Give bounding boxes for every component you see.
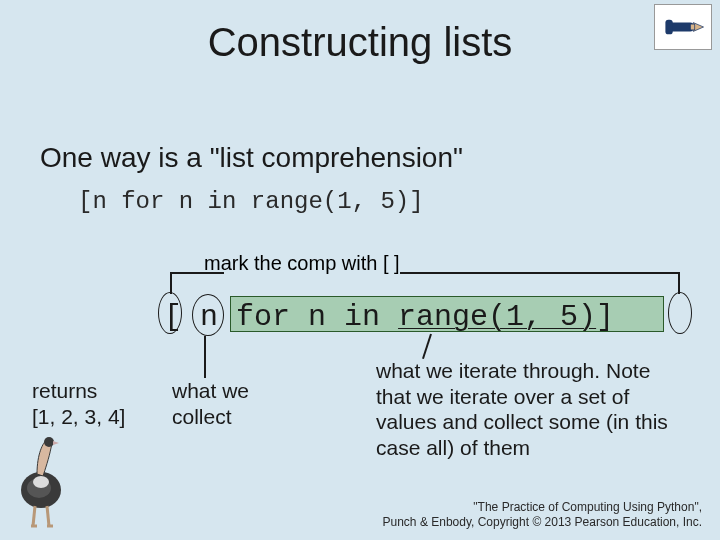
slide: Constructing lists One way is a "list co… bbox=[0, 0, 720, 540]
ostrich-icon bbox=[6, 428, 78, 528]
connector-line bbox=[170, 272, 224, 274]
collect-annotation-l2: collect bbox=[172, 405, 232, 428]
citation-line-2: Punch & Enbody, Copyright © 2013 Pearson… bbox=[383, 515, 702, 529]
svg-point-5 bbox=[44, 437, 54, 447]
collect-annotation-l1: what we bbox=[172, 379, 249, 402]
connector-line bbox=[400, 272, 680, 274]
collect-annotation: what we collect bbox=[172, 378, 249, 431]
svg-line-7 bbox=[47, 506, 49, 526]
svg-line-6 bbox=[33, 506, 35, 526]
code-iterable: range(1, 5) bbox=[398, 300, 596, 334]
returns-value: [1, 2, 3, 4] bbox=[32, 405, 125, 428]
citation-footer: "The Practice of Computing Using Python"… bbox=[383, 500, 702, 530]
code-left-bracket: [ bbox=[164, 300, 182, 334]
code-for-clause: for n in bbox=[236, 300, 398, 334]
svg-point-10 bbox=[33, 476, 49, 488]
right-bracket-circle-icon bbox=[668, 292, 692, 334]
returns-label: returns bbox=[32, 379, 97, 402]
returns-block: returns [1, 2, 3, 4] bbox=[32, 378, 125, 431]
slide-subtitle: One way is a "list comprehension" bbox=[40, 142, 463, 174]
code-example-big: [ n for n in range(1, 5)] bbox=[164, 300, 614, 334]
iterate-annotation: what we iterate through. Note that we it… bbox=[376, 358, 676, 460]
code-collect-expr: n bbox=[182, 300, 236, 334]
connector-line bbox=[678, 272, 680, 294]
connector-line bbox=[204, 336, 206, 378]
code-example-small: [n for n in range(1, 5)] bbox=[78, 188, 424, 215]
code-right-bracket: ] bbox=[596, 300, 614, 334]
brackets-annotation-label: mark the comp with [ ] bbox=[204, 252, 400, 275]
citation-line-1: "The Practice of Computing Using Python"… bbox=[473, 500, 702, 514]
connector-line bbox=[422, 334, 432, 359]
slide-title: Constructing lists bbox=[0, 20, 720, 65]
connector-line bbox=[170, 272, 172, 294]
